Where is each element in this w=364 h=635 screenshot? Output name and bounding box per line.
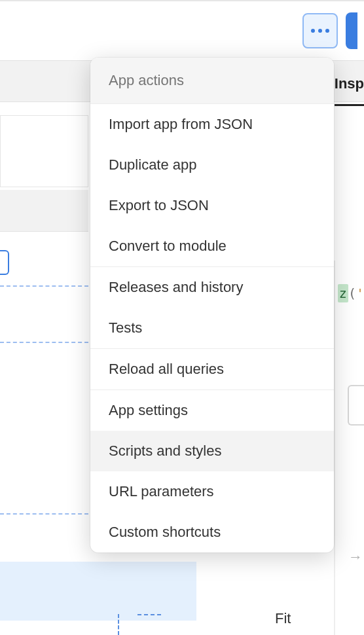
code-token-quote: ' xyxy=(356,285,364,301)
guide-line xyxy=(0,342,88,343)
canvas-section-header xyxy=(0,190,88,232)
menu-item-duplicate-app[interactable]: Duplicate app xyxy=(90,145,334,185)
menu-item-custom-shortcuts[interactable]: Custom shortcuts xyxy=(90,512,334,553)
menu-item-import-json[interactable]: Import app from JSON xyxy=(90,104,334,145)
canvas-component-2[interactable] xyxy=(0,232,88,560)
primary-action-button[interactable] xyxy=(346,12,357,49)
top-toolbar xyxy=(0,0,364,60)
code-token-z: z xyxy=(338,284,348,302)
dots-icon xyxy=(318,29,322,33)
dots-icon xyxy=(311,29,315,33)
selection-handle[interactable] xyxy=(0,250,9,275)
zoom-fit-label[interactable]: Fit xyxy=(275,610,291,627)
menu-item-export-json[interactable]: Export to JSON xyxy=(90,185,334,226)
app-actions-menu: App actions Import app from JSON Duplica… xyxy=(90,58,334,553)
menu-item-reload-queries[interactable]: Reload all queries xyxy=(90,349,334,390)
arrow-right-icon: → xyxy=(348,549,363,566)
dots-icon xyxy=(325,29,329,33)
ruler-guide-vertical xyxy=(118,614,119,635)
canvas-selected-component[interactable] xyxy=(0,562,196,621)
more-options-button[interactable] xyxy=(302,13,338,48)
guide-line xyxy=(0,285,88,287)
code-snippet: z(' xyxy=(338,285,364,301)
property-field-outline[interactable] xyxy=(348,385,364,426)
canvas-component-1[interactable] xyxy=(0,115,88,187)
menu-item-convert-module[interactable]: Convert to module xyxy=(90,226,334,266)
code-token-paren: ( xyxy=(348,285,356,301)
menu-header: App actions xyxy=(90,58,334,104)
menu-item-scripts-styles[interactable]: Scripts and styles xyxy=(90,431,334,471)
menu-item-tests[interactable]: Tests xyxy=(90,308,334,348)
right-panel-divider xyxy=(334,261,335,635)
tab-inspect[interactable]: Insp xyxy=(335,75,364,106)
menu-item-app-settings[interactable]: App settings xyxy=(90,390,334,431)
guide-line xyxy=(0,513,88,515)
menu-item-releases-history[interactable]: Releases and history xyxy=(90,267,334,308)
ruler-guide-horizontal xyxy=(137,614,161,615)
menu-item-url-parameters[interactable]: URL parameters xyxy=(90,471,334,512)
